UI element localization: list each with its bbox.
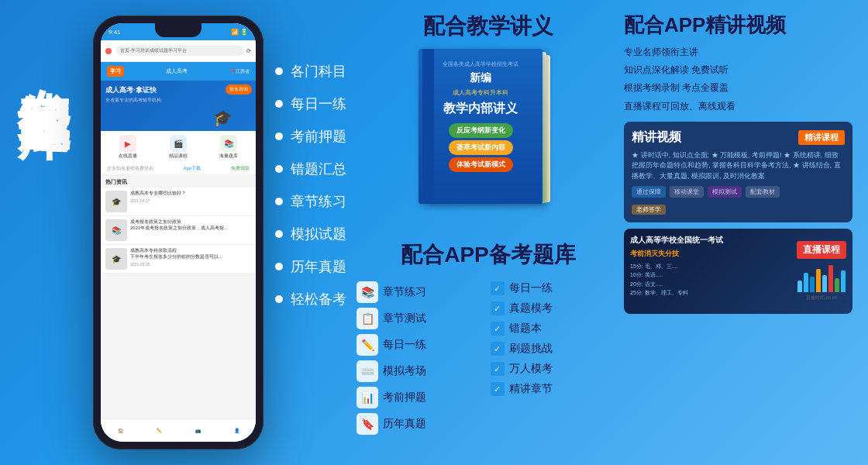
app-item-3: ✏️ 每日一练 bbox=[356, 334, 487, 356]
feature-item-6: 模拟试题 bbox=[275, 225, 346, 243]
live-card: 成人高等学校全国统一考试 考前消灭失分技 15分: 毛、邓、三.... 16分:… bbox=[624, 229, 852, 314]
bar-chart bbox=[797, 261, 846, 292]
phone-url: 首页-学习培训成绩试题学习平台 bbox=[116, 46, 244, 56]
feature-label: 每日一练 bbox=[291, 95, 346, 113]
video-tag-5: 老师答学 bbox=[632, 205, 666, 215]
feature-item-7: 历年真题 bbox=[275, 257, 346, 276]
app-feature-left: 📚 章节练习 📋 章节测试 ✏️ 每日一练 ⌨️ 模拟考场 📊 考前押题 🔖 bbox=[356, 281, 487, 435]
right-feature-4: 直播课程可回放、离线观看 bbox=[624, 99, 852, 114]
phone-news-item-2: 📚 成考报名政策之加分政策2021年成考报名政策之加分政策，成人高考报... bbox=[101, 216, 256, 245]
phone-bottom-nav: 🏠✏️📺👤 bbox=[101, 418, 256, 442]
right-section: 配合APP精讲视频 专业名师领衔主讲 知识点深化解读 免费试听 根据考纲录制 考… bbox=[624, 0, 852, 465]
feature-label: 轻松备考 bbox=[291, 290, 346, 308]
app-item-4: ⌨️ 模拟考场 bbox=[356, 360, 487, 382]
book-main: 全国各类成人高等学校招生考试 新编 成人高考专科升本科 教学内部讲义 反应考纲新… bbox=[418, 49, 542, 204]
live-time: 直播时间 20:00 bbox=[806, 294, 838, 301]
phone-header-nav: 成人高考 bbox=[166, 67, 188, 75]
feature-label: 模拟试题 bbox=[291, 225, 346, 243]
live-card-schedule: 15分: 毛、邓、三.... 16分: 英语..... 20分: 语文.....… bbox=[630, 262, 784, 297]
book-container: 全国各类成人高等学校招生考试 新编 成人高考专科升本科 教学内部讲义 反应考纲新… bbox=[356, 49, 620, 204]
teaching-section: 配合教学讲义 全国各类成人高等学校招生考试 新编 成人高考专科升本科 教学内部讲… bbox=[356, 0, 620, 204]
phone-news-title: 热门资讯 bbox=[101, 175, 256, 188]
badge-orange: 体验考试新模式 bbox=[449, 157, 513, 172]
phone-news-item-1: 🎓 成教高本专业哪些比较好？ 2021-04-27 bbox=[101, 188, 256, 216]
right-feature-1: 专业名师领衔主讲 bbox=[624, 45, 852, 60]
app-item-5: 📊 考前押题 bbox=[356, 387, 487, 408]
live-card-right: 直播课程 直播时间 20:00 bbox=[790, 229, 852, 314]
live-card-subtitle: 考前消灭失分技 bbox=[630, 249, 784, 259]
phone-news-item-3: 🎓 成教高本专科录取流程下半年考生报名多少分的你的分数是否可以... 2021-… bbox=[101, 245, 256, 274]
video-card-badge: 精讲课程 bbox=[798, 130, 845, 145]
feature-item-1: 各门科目 bbox=[275, 62, 346, 81]
check-item-2: ✓ 真题模考 bbox=[491, 301, 621, 315]
feature-label: 各门科目 bbox=[291, 62, 346, 81]
video-tag-2: 移动课堂 bbox=[670, 186, 704, 198]
live-card-left: 成人高等学校全国统一考试 考前消灭失分技 15分: 毛、邓、三.... 16分:… bbox=[624, 229, 790, 314]
app-features-grid: 📚 章节练习 📋 章节测试 ✏️ 每日一练 ⌨️ 模拟考场 📊 考前押题 🔖 bbox=[356, 277, 620, 439]
video-card-tags: 通过保障 移动课堂 模拟测试 配套教材 bbox=[632, 186, 845, 198]
app-feature-right: ✓ 每日一练 ✓ 真题模考 ✓ 错题本 ✓ 刷题挑战 ✓ 万人模考 ✓ 精讲章节 bbox=[491, 281, 621, 435]
feature-item-8: 轻松备考 bbox=[275, 290, 346, 308]
live-card-main-title: 成人高等学校全国统一考试 bbox=[630, 235, 784, 246]
title-text: 在线智能题库 bbox=[16, 46, 74, 65]
right-features: 专业名师领衔主讲 知识点深化解读 免费试听 根据考纲录制 考点全覆盖 直播课程可… bbox=[624, 45, 852, 114]
check-item-4: ✓ 刷题挑战 bbox=[491, 342, 621, 356]
check-item-1: ✓ 每日一练 bbox=[491, 281, 621, 295]
check-item-6: ✓ 精讲章节 bbox=[491, 382, 621, 396]
right-feature-3: 根据考纲录制 考点全覆盖 bbox=[624, 81, 852, 95]
video-card-header: 精讲视频 精讲课程 bbox=[632, 129, 845, 146]
app-bank-title: 配合APP备考题库 bbox=[356, 229, 620, 277]
phone-nav-bar: 首页-学习培训成绩试题学习平台 ⟳ bbox=[101, 40, 256, 62]
feature-item-4: 错题汇总 bbox=[275, 160, 346, 178]
app-item-6: 🔖 历年真题 bbox=[356, 413, 487, 435]
phone-header: 学习 成人高考 📍 江西省 bbox=[101, 62, 256, 81]
main-title: 在线智能题库 bbox=[16, 46, 74, 65]
app-item-1: 📚 章节练习 bbox=[356, 281, 487, 303]
feature-item-3: 考前押题 bbox=[275, 127, 346, 146]
phone-mockup: 9:41 📶 🔋 首页-学习培训成绩试题学习平台 ⟳ 学习 成人高考 📍 江西省 bbox=[93, 16, 264, 450]
right-feature-2: 知识点深化解读 免费试听 bbox=[624, 63, 852, 78]
video-tag-3: 模拟测试 bbox=[708, 186, 742, 198]
phone-banner: 成人高考·拿证快 全省最专业的高考辅导机构 报名咨询 🎓 bbox=[101, 81, 256, 131]
feature-item-2: 每日一练 bbox=[275, 95, 346, 113]
live-card-bg: 成人高等学校全国统一考试 考前消灭失分技 15分: 毛、邓、三.... 16分:… bbox=[624, 229, 852, 314]
feature-label: 错题汇总 bbox=[291, 160, 346, 178]
feature-label: 历年真题 bbox=[291, 257, 346, 276]
feature-label: 章节练习 bbox=[291, 192, 346, 211]
feature-label: 考前押题 bbox=[291, 127, 346, 146]
right-title: 配合APP精讲视频 bbox=[624, 0, 852, 45]
phone-location: 📍 江西省 bbox=[229, 68, 250, 75]
feature-dot bbox=[275, 67, 283, 75]
phone-logo: 学习 bbox=[107, 66, 124, 77]
badge-yellow: 荟萃考试新内容 bbox=[449, 140, 513, 155]
app-bank-section: 配合APP备考题库 📚 章节练习 📋 章节测试 ✏️ 每日一练 ⌨️ 模拟考场 … bbox=[356, 229, 620, 439]
check-item-3: ✓ 错题本 bbox=[491, 322, 621, 336]
video-card-desc: ★ 讲时话中, 知识点全面; ★ 万能模板, 考前押题! ★ 系统精讲, 细致把… bbox=[632, 150, 845, 182]
video-card: 精讲视频 精讲课程 ★ 讲时话中, 知识点全面; ★ 万能模板, 考前押题! ★… bbox=[624, 122, 852, 223]
teaching-title: 配合教学讲义 bbox=[356, 0, 620, 49]
feature-list: 各门科目 每日一练 考前押题 错题汇总 章节练习 模拟试题 历年真题 轻松备考 bbox=[275, 62, 346, 308]
app-item-2: 📋 章节测试 bbox=[356, 308, 487, 329]
feature-item-5: 章节练习 bbox=[275, 192, 346, 211]
phone-icons: ▶ 在线直播 🎬 精品课程 📚 海量题库 bbox=[101, 131, 256, 163]
check-item-5: ✓ 万人模考 bbox=[491, 362, 621, 376]
live-badge: 直播课程 bbox=[797, 241, 846, 259]
video-tag-4: 配套教材 bbox=[746, 186, 780, 198]
badge-green: 反应考纲新变化 bbox=[449, 123, 513, 138]
video-card-title: 精讲视频 bbox=[632, 129, 681, 146]
video-tag-1: 通过保障 bbox=[632, 186, 666, 198]
